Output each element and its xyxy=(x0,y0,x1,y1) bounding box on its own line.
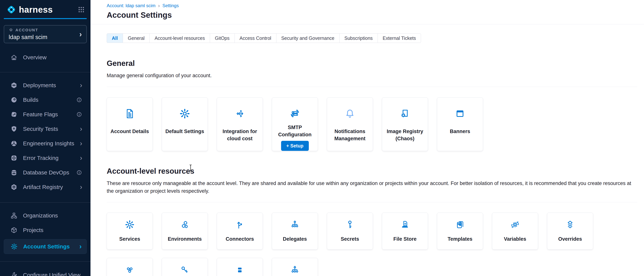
harness-logo-text: harness xyxy=(19,5,53,15)
harness-account-settings-page: { "sidebar": { "logo_text": "harness", "… xyxy=(0,0,644,276)
tab-access-control[interactable]: Access Control xyxy=(234,33,276,43)
partial-row-cards: Feature DBOps xyxy=(107,258,637,276)
sidebar-item-security-tests[interactable]: Security Tests › xyxy=(0,121,90,136)
target-icon xyxy=(10,154,18,162)
settings-content: All General Account-level resources GitO… xyxy=(90,24,644,276)
card-default-settings[interactable]: Default Settings xyxy=(162,97,208,151)
chevron-right-icon: › xyxy=(79,30,82,38)
tab-general[interactable]: General xyxy=(123,33,150,43)
key-diagonal-icon xyxy=(180,264,190,275)
account-meta: ACCOUNT ldap saml scim xyxy=(9,28,79,41)
sidebar-item-database-devops[interactable]: Database DevOps xyxy=(0,165,90,180)
orgchart-icon xyxy=(290,264,300,275)
chevron-right-icon: › xyxy=(158,3,160,8)
card-file-store[interactable]: File Store xyxy=(382,213,428,249)
sidebar-header: harness xyxy=(0,0,90,15)
info-icon[interactable] xyxy=(76,111,82,117)
variables-gear-icon xyxy=(510,219,520,230)
sidebar-item-overview[interactable]: Overview xyxy=(0,50,90,65)
account-selector[interactable]: ACCOUNT ldap saml scim › xyxy=(4,25,87,43)
card-notifications-management[interactable]: Notifications Management xyxy=(327,97,373,151)
breadcrumb-account-link[interactable]: Account: ldap saml scim xyxy=(107,3,156,8)
deployments-icon xyxy=(10,81,18,89)
card-variables[interactable]: Variables xyxy=(492,213,538,249)
hexagons-icon xyxy=(180,219,190,230)
sidebar-item-configure-unified-view[interactable]: Configure Unified View xyxy=(0,268,90,276)
app-switcher-icon[interactable] xyxy=(78,6,85,13)
account-level-cards: Services Environments Connectors Delegat… xyxy=(107,213,637,249)
sidebar-item-organizations[interactable]: Organizations xyxy=(0,208,90,223)
image-registry-icon xyxy=(399,107,411,120)
chevron-right-icon: › xyxy=(80,82,82,89)
card-account-details[interactable]: Account Details xyxy=(107,97,153,151)
sidebar-item-deployments[interactable]: Deployments › xyxy=(0,78,90,92)
card-connectors[interactable]: Connectors xyxy=(217,213,263,249)
tab-account-level-resources[interactable]: Account-level resources xyxy=(150,33,210,43)
layers-icon xyxy=(565,219,576,230)
smtp-setup-button[interactable]: + Setup xyxy=(281,141,309,151)
key-icon xyxy=(344,219,355,230)
card-services[interactable]: Services xyxy=(107,213,153,249)
section-title-account-level: Account-level resources xyxy=(107,167,637,175)
sidebar-divider xyxy=(0,261,90,262)
sidebar-item-engineering-insights[interactable]: Engineering Insights › xyxy=(0,136,90,151)
section-title-general: General xyxy=(107,59,637,68)
card-feature[interactable]: Feature xyxy=(162,258,208,276)
card-image-registry-chaos[interactable]: Image Registry (Chaos) xyxy=(382,97,428,151)
general-cards: Account Details Default Settings Integra… xyxy=(107,97,637,151)
card-fme[interactable] xyxy=(217,258,263,276)
sidebar-divider xyxy=(0,202,90,203)
tab-gitops[interactable]: GitOps xyxy=(210,33,235,43)
sidebar: harness ACCOUNT ldap saml scim › Overvie… xyxy=(0,0,90,276)
card-dbops[interactable]: DBOps xyxy=(272,258,318,276)
harness-logo[interactable]: harness xyxy=(6,5,78,15)
wrench-icon xyxy=(10,271,18,276)
sidebar-divider xyxy=(0,72,90,72)
split-bars-icon xyxy=(234,264,245,275)
layers-icon xyxy=(9,28,13,32)
page-title: Account Settings xyxy=(90,8,644,24)
chevron-right-icon: › xyxy=(80,184,82,191)
chevron-right-icon: › xyxy=(80,125,82,132)
sidebar-item-account-settings[interactable]: Account Settings › xyxy=(4,239,87,254)
section-divider xyxy=(107,87,637,87)
tab-all[interactable]: All xyxy=(107,33,123,43)
tab-external-tickets[interactable]: External Tickets xyxy=(378,33,421,43)
sidebar-item-error-tracking[interactable]: Error Tracking › xyxy=(0,151,90,165)
tab-subscriptions[interactable]: Subscriptions xyxy=(339,33,378,43)
info-icon[interactable] xyxy=(76,97,82,103)
card-banners[interactable]: Banners xyxy=(437,97,483,151)
artifact-box-icon xyxy=(10,183,18,191)
org-chart-icon xyxy=(10,211,18,220)
sidebar-accent-rule xyxy=(4,18,87,19)
smtp-server-icon xyxy=(289,107,301,119)
card-environments[interactable]: Environments xyxy=(162,213,208,249)
shield-icon xyxy=(10,125,18,133)
card-delegates[interactable]: Delegates xyxy=(272,213,318,249)
card-secrets[interactable]: Secrets xyxy=(327,213,373,249)
tab-security-and-governance[interactable]: Security and Governance xyxy=(276,33,340,43)
gear-icon xyxy=(124,219,135,230)
chevron-right-icon: › xyxy=(79,243,82,250)
info-icon[interactable] xyxy=(76,170,82,176)
sidebar-item-projects[interactable]: Projects xyxy=(0,223,90,237)
card-templates[interactable]: Templates xyxy=(437,213,483,249)
sidebar-admin-group: Organizations Projects Account Settings … xyxy=(0,208,90,254)
breadcrumb-settings-link[interactable]: Settings xyxy=(162,3,179,8)
delegate-orgchart-icon xyxy=(290,219,300,230)
branch-arrow-icon xyxy=(234,219,245,230)
home-icon xyxy=(10,53,18,62)
account-name: ldap saml scim xyxy=(9,34,79,41)
card-smtp-configuration[interactable]: SMTP Configuration + Setup xyxy=(272,97,318,151)
gear-icon xyxy=(10,242,18,251)
card-webhooks[interactable] xyxy=(107,258,153,276)
banner-window-icon xyxy=(454,107,466,120)
card-overrides[interactable]: Overrides xyxy=(547,213,593,249)
file-store-icon xyxy=(400,219,410,230)
sidebar-item-artifact-registry[interactable]: Artifact Registry › xyxy=(0,180,90,194)
breadcrumb: Account: ldap saml scim › Settings xyxy=(90,0,644,8)
bell-icon xyxy=(344,107,356,120)
sidebar-item-feature-flags[interactable]: Feature Flags xyxy=(0,107,90,121)
card-cloud-cost-integration[interactable]: Integration for cloud cost xyxy=(217,97,263,151)
sidebar-item-builds[interactable]: Builds xyxy=(0,92,90,107)
